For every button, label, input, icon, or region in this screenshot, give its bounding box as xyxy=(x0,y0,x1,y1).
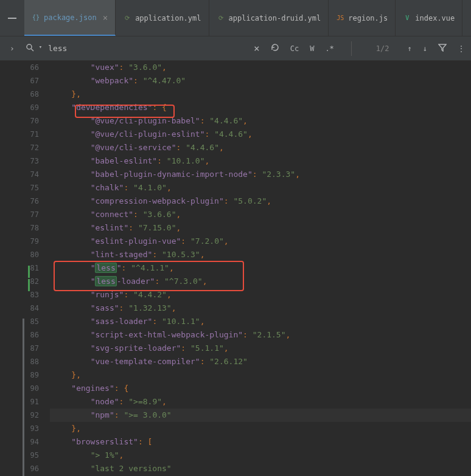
svg-marker-2 xyxy=(439,44,446,51)
code-line[interactable]: "> 1%", xyxy=(50,449,471,462)
code-line[interactable]: "vuex": "3.6.0", xyxy=(50,61,471,74)
line-number: 91 xyxy=(0,395,39,409)
more-button[interactable]: ⋮ xyxy=(456,43,466,54)
line-number: 92 xyxy=(0,409,39,422)
line-number: 90 xyxy=(0,382,39,395)
line-number: 76 xyxy=(0,195,39,208)
line-number: 79 xyxy=(0,235,39,248)
match-count: 1/2 xyxy=(376,44,389,53)
tab-label: region.js xyxy=(348,14,388,22)
line-number: 80 xyxy=(0,248,39,261)
line-number: 73 xyxy=(0,154,39,168)
search-input[interactable] xyxy=(48,44,253,53)
tab-label: index.vue xyxy=(415,14,455,22)
file-icon: {} xyxy=(32,13,40,22)
code-line[interactable]: "svg-sprite-loader": "5.1.1", xyxy=(50,342,471,355)
code-line[interactable]: "last 2 versions" xyxy=(50,462,471,475)
tab-application-druid-yml[interactable]: ⟳application-druid.yml xyxy=(209,0,329,36)
code-line[interactable]: "sass-loader": "10.1.1", xyxy=(50,315,471,328)
prev-match-button[interactable]: ↑ xyxy=(406,43,413,54)
line-number: 69 xyxy=(0,101,39,114)
file-icon: JS xyxy=(336,14,344,22)
line-number: 71 xyxy=(0,128,39,141)
code-line[interactable]: }, xyxy=(50,88,471,101)
code-line[interactable]: "babel-plugin-dynamic-import-node": "2.3… xyxy=(50,168,471,181)
code-line[interactable]: }, xyxy=(50,422,471,435)
code-line[interactable]: "devDependencies": { xyxy=(50,101,471,114)
code-line[interactable]: "node": ">=8.9", xyxy=(50,395,471,409)
file-icon: V xyxy=(403,14,411,22)
menu-button[interactable] xyxy=(0,18,24,19)
code-line[interactable]: "browserslist": [ xyxy=(50,435,471,449)
code-line[interactable]: "webpack": "^4.47.0" xyxy=(50,74,471,88)
code-line[interactable]: "connect": "3.6.6", xyxy=(50,208,471,221)
line-number: 89 xyxy=(0,368,39,382)
expand-button[interactable]: › xyxy=(5,41,19,55)
filter-button[interactable] xyxy=(437,42,448,55)
whole-word-button[interactable]: W xyxy=(309,43,315,54)
tab-label: application-druid.yml xyxy=(229,14,321,22)
hamburger-icon xyxy=(8,18,16,19)
code-line[interactable]: "chalk": "4.1.0", xyxy=(50,181,471,195)
code-line[interactable]: "sass": "1.32.13", xyxy=(50,302,471,315)
code-line[interactable]: "compression-webpack-plugin": "5.0.2", xyxy=(50,195,471,208)
code-line[interactable]: "npm": ">= 3.0.0" xyxy=(50,409,471,422)
line-number: 81 xyxy=(0,261,39,275)
line-number: 96 xyxy=(0,462,39,475)
code-editor[interactable]: 6667686970717273747576777879808182838485… xyxy=(0,61,471,476)
tab-bar: {}package.json×⟳application.yml⟳applicat… xyxy=(0,0,471,36)
match-case-button[interactable]: Cc xyxy=(289,43,300,54)
code-line[interactable]: "@vue/cli-service": "4.4.6", xyxy=(50,141,471,154)
line-number: 66 xyxy=(0,61,39,74)
code-line[interactable]: "less-loader": "^7.3.0", xyxy=(50,275,471,288)
code-line[interactable]: }, xyxy=(50,368,471,382)
svg-point-0 xyxy=(27,44,32,49)
fold-marker xyxy=(23,319,24,476)
line-number: 84 xyxy=(0,302,39,315)
code-line[interactable]: "less": "^4.1.1", xyxy=(50,261,471,275)
code-area[interactable]: "vuex": "3.6.0", "webpack": "^4.47.0" },… xyxy=(50,61,471,476)
next-match-button[interactable]: ↓ xyxy=(422,43,428,54)
code-line[interactable]: "engines": { xyxy=(50,382,471,395)
line-number: 82 xyxy=(0,275,39,288)
line-number: 68 xyxy=(0,88,39,101)
tab-label: package.json xyxy=(44,13,97,22)
line-number: 77 xyxy=(0,208,39,221)
clear-button[interactable]: × xyxy=(253,41,261,55)
tab-region-js[interactable]: JSregion.js xyxy=(329,0,396,36)
code-line[interactable]: "eslint-plugin-vue": "7.2.0", xyxy=(50,235,471,248)
file-icon: ⟳ xyxy=(217,14,225,22)
line-number: 86 xyxy=(0,328,39,342)
line-number: 94 xyxy=(0,435,39,449)
code-line[interactable]: "vue-template-compiler": "2.6.12" xyxy=(50,355,471,368)
line-number: 74 xyxy=(0,168,39,181)
code-line[interactable]: "@vue/cli-plugin-babel": "4.4.6", xyxy=(50,114,471,128)
regex-button[interactable]: .* xyxy=(324,43,335,54)
tab-index-vue[interactable]: Vindex.vue xyxy=(396,0,462,36)
code-line[interactable]: "lint-staged": "10.5.3", xyxy=(50,248,471,261)
line-number: 93 xyxy=(0,422,39,435)
gutter: 6667686970717273747576777879808182838485… xyxy=(0,61,50,476)
svg-line-1 xyxy=(31,49,33,51)
line-number: 95 xyxy=(0,449,39,462)
line-number: 75 xyxy=(0,181,39,195)
search-icon: ▾ xyxy=(26,43,42,53)
close-icon[interactable]: × xyxy=(103,13,108,22)
code-line[interactable]: "script-ext-html-webpack-plugin": "2.1.5… xyxy=(50,328,471,342)
code-line[interactable]: "runjs": "4.4.2", xyxy=(50,288,471,302)
tab-application-yml[interactable]: ⟳application.yml xyxy=(116,0,209,36)
code-line[interactable]: "@vue/cli-plugin-eslint": "4.4.6", xyxy=(50,128,471,141)
code-line[interactable]: "babel-eslint": "10.1.0", xyxy=(50,154,471,168)
file-icon: ⟳ xyxy=(123,14,131,22)
line-number: 87 xyxy=(0,342,39,355)
history-button[interactable] xyxy=(270,42,281,55)
change-marker xyxy=(28,279,30,291)
code-line[interactable]: "eslint": "7.15.0", xyxy=(50,221,471,235)
line-number: 78 xyxy=(0,221,39,235)
line-number: 83 xyxy=(0,288,39,302)
tab-label: application.yml xyxy=(135,14,201,22)
line-number: 70 xyxy=(0,114,39,128)
line-number: 67 xyxy=(0,74,39,88)
search-bar: › ▾ × Cc W .* 1/2 ↑ ↓ ⋮ xyxy=(0,36,471,61)
tab-package-json[interactable]: {}package.json× xyxy=(24,0,116,36)
